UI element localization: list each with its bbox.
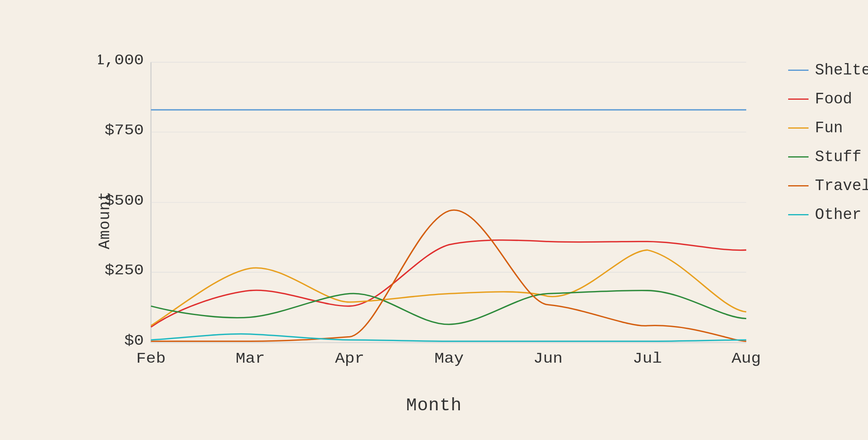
travel-legend-line (788, 185, 809, 186)
shelter-legend-label: Shelter (815, 61, 868, 79)
legend-item-fun: Fun (788, 119, 868, 137)
svg-text:$250: $250 (104, 262, 143, 279)
legend: Shelter Food Fun Stuff Travel Other (788, 61, 868, 223)
svg-text:$0: $0 (124, 332, 143, 349)
svg-text:Aug: Aug (732, 350, 761, 367)
fun-legend-label: Fun (815, 119, 843, 137)
chart-container: Amount Month $0 $250 $500 $750 $1,000 (47, 37, 821, 403)
svg-text:Apr: Apr (335, 350, 364, 367)
svg-text:$1,000: $1,000 (98, 53, 144, 69)
svg-text:Jun: Jun (533, 350, 563, 367)
x-axis-label: Month (406, 395, 462, 416)
svg-text:$750: $750 (104, 122, 143, 139)
stuff-legend-line (788, 156, 809, 158)
svg-text:Mar: Mar (235, 350, 265, 367)
legend-item-food: Food (788, 90, 868, 108)
shelter-legend-line (788, 70, 809, 71)
legend-item-other: Other (788, 206, 868, 223)
other-legend-line (788, 214, 809, 215)
chart-wrapper: Amount Month $0 $250 $500 $750 $1,000 (98, 53, 770, 387)
legend-item-stuff: Stuff (788, 148, 868, 166)
food-legend-label: Food (815, 90, 852, 108)
food-legend-line (788, 99, 809, 100)
svg-text:Jul: Jul (633, 350, 662, 367)
svg-text:May: May (434, 350, 464, 367)
svg-text:Feb: Feb (136, 350, 165, 367)
other-legend-label: Other (815, 206, 861, 223)
fun-legend-line (788, 127, 809, 129)
legend-item-shelter: Shelter (788, 61, 868, 79)
legend-item-travel: Travel (788, 177, 868, 195)
svg-text:$500: $500 (104, 192, 143, 209)
travel-legend-label: Travel (815, 177, 868, 195)
chart-svg: $0 $250 $500 $750 $1,000 Feb Mar Apr May… (98, 53, 770, 387)
stuff-legend-label: Stuff (815, 148, 861, 166)
